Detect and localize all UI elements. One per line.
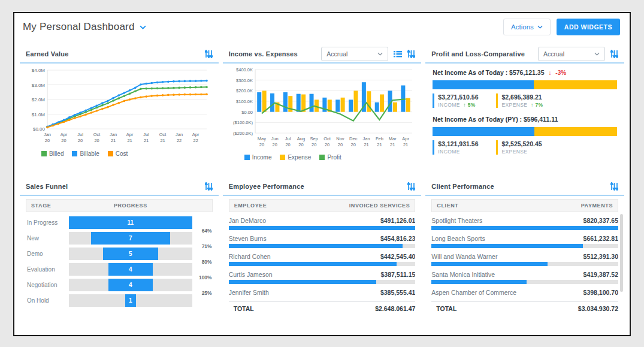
row-name: Will and Wanda Warner [431, 253, 497, 260]
svg-text:Jul: Jul [77, 132, 83, 137]
svg-text:$1.0M: $1.0M [32, 112, 46, 117]
net-income-current-label: Net Income As of Today : $576,121.35 ↓ -… [433, 69, 617, 76]
funnel-bar[interactable]: 4 [108, 263, 153, 276]
dashboard-window: My Personal Dashboard Actions ADD WIDGET… [13, 12, 631, 336]
income-stat: $3,271,510.56 INCOME ↑ 5% [433, 93, 478, 108]
expense-stat: $2,695,389.21 EXPENSE ↑ 7% [496, 93, 543, 108]
table-row[interactable]: Curtis Jameson$387,511.15 [229, 268, 416, 286]
row-amount: $661,232.81 [583, 235, 618, 242]
arrow-down-icon: ↓ [548, 70, 551, 76]
table-row[interactable]: Richard Cohen$442,545.40 [229, 251, 416, 268]
row-name: Curtis Jameson [229, 271, 273, 278]
widget-title: Employee Performance [229, 183, 304, 190]
funnel-track: 7 [69, 232, 192, 245]
pnl-prior-stats: $3,121,931.56 INCOME $2,525,520.45 EXPEN… [433, 140, 617, 155]
column-header-invoiced-services: INVOICED SERVICES [349, 203, 410, 209]
table-row[interactable]: Aspen Chamber of Commerce$398,100.70 [431, 286, 618, 299]
chart-settings-icon[interactable] [610, 50, 618, 58]
svg-text:22: 22 [193, 138, 198, 143]
funnel-track: 4 [69, 263, 192, 276]
funnel-bar[interactable]: 4 [108, 279, 153, 291]
net-income-change: -3% [555, 70, 566, 76]
widget-sales-funnel: Sales Funnel STAGE PROGRESS In Progress1… [20, 178, 219, 311]
accounting-basis-select[interactable]: Accrual [538, 47, 605, 61]
svg-text:Aug: Aug [297, 136, 304, 141]
funnel-bar[interactable]: 5 [103, 248, 159, 260]
widget-header: Earned Value [20, 46, 219, 64]
scrollbar[interactable] [620, 214, 623, 292]
stage-label: On Hold [26, 297, 69, 304]
chart-settings-icon[interactable] [205, 182, 213, 191]
svg-text:$0.00: $0.00 [33, 126, 46, 132]
svg-text:$2.0M: $2.0M [32, 97, 46, 102]
dashboard-title-group[interactable]: My Personal Dashboard [23, 21, 146, 33]
svg-text:20: 20 [285, 142, 290, 147]
row-amount: $385,555.41 [380, 289, 415, 296]
stage-label: Negotiation [26, 282, 69, 288]
chart-settings-icon[interactable] [610, 182, 618, 191]
svg-text:21: 21 [377, 142, 382, 147]
page-title: My Personal Dashboard [23, 21, 135, 33]
svg-text:Apr: Apr [61, 132, 68, 137]
funnel-bar[interactable]: 11 [69, 216, 192, 229]
svg-text:20: 20 [325, 142, 329, 147]
chart-legend: BilledBillableCost [26, 149, 213, 157]
pnl-prior-stacked-bar [433, 127, 617, 136]
svg-text:Apr: Apr [192, 132, 199, 137]
table-row[interactable]: Will and Wanda Warner$512,391.30 [431, 251, 618, 268]
widget-title: Profit and Loss-Comparative [431, 50, 525, 58]
row-amount: $491,126.01 [380, 217, 415, 224]
svg-text:Oct: Oct [93, 132, 101, 137]
chart-settings-icon[interactable] [407, 50, 415, 58]
table-column-headers: EMPLOYEE INVOICED SERVICES [229, 199, 416, 212]
chart-settings-icon[interactable] [407, 182, 415, 191]
income-segment [433, 127, 534, 136]
table-row[interactable]: Long Beach Sports$661,232.81 [431, 233, 618, 251]
funnel-track: 4 [69, 279, 192, 291]
svg-text:Jan: Jan [362, 136, 370, 141]
table-row[interactable]: Jan DeMarco$491,126.01 [229, 215, 416, 233]
svg-text:Feb: Feb [376, 136, 383, 141]
table-row[interactable]: Spotlight Theaters$820,337.65 [431, 215, 618, 233]
actions-button[interactable]: Actions [503, 19, 551, 35]
sales-funnel-body: STAGE PROGRESS In Progress1164%New771%De… [20, 196, 219, 307]
column-header-client: CLIENT [437, 203, 458, 209]
table-rows: Jan DeMarco$491,126.01Steven Burns$454,8… [229, 215, 416, 299]
svg-text:Nov: Nov [336, 136, 344, 141]
row-name: Jennifer Smith [229, 289, 269, 296]
actions-button-label: Actions [511, 23, 534, 31]
widget-title: Client Performance [431, 183, 494, 190]
svg-text:20: 20 [259, 142, 264, 147]
progress-bar [431, 262, 547, 266]
svg-text:Oct: Oct [159, 132, 167, 137]
svg-text:Jul: Jul [143, 132, 149, 137]
select-value: Accrual [543, 50, 564, 58]
funnel-bar[interactable]: 1 [125, 294, 137, 307]
table-row[interactable]: Santa Monica Initiative$419,387.52 [431, 268, 618, 286]
svg-text:20: 20 [78, 138, 83, 143]
widget-grid: Earned Value $4.0M$3.0M$2.0M$1.0M$0.00Ja… [14, 41, 630, 316]
accounting-basis-select[interactable]: Accrual [321, 47, 388, 61]
svg-text:($100.0K): ($100.0K) [233, 120, 253, 125]
chart-settings-icon[interactable] [205, 50, 213, 58]
total-row: TOTAL $3,034,930.72 [431, 301, 618, 311]
expense-stat: $2,525,520.45 EXPENSE [496, 140, 542, 155]
table-rows: Spotlight Theaters$820,337.65Long Beach … [431, 215, 618, 299]
table-row[interactable]: Jennifer Smith$385,555.41 [229, 286, 416, 299]
progress-bar [431, 280, 527, 284]
legend-list-icon[interactable] [394, 50, 402, 58]
net-income-prior-label: Net Income As of Today (PY) : $596,411.1… [433, 116, 617, 123]
funnel-row-on-hold: On Hold1 [26, 294, 213, 307]
funnel-row-evaluation: Evaluation4100% [26, 263, 213, 276]
add-widgets-button[interactable]: ADD WIDGETS [557, 19, 620, 35]
svg-text:21: 21 [403, 142, 408, 147]
funnel-row-new: New771% [26, 232, 213, 245]
svg-text:20: 20 [350, 142, 355, 147]
svg-text:Oct: Oct [323, 136, 331, 141]
funnel-row-negotiation: Negotiation425% [26, 279, 213, 291]
funnel-bar[interactable]: 7 [91, 232, 170, 245]
table-row[interactable]: Steven Burns$454,816.23 [229, 233, 416, 251]
chevron-down-icon [537, 25, 543, 29]
legend-item-profit: Profit [319, 154, 341, 161]
progress-bar [229, 226, 416, 230]
